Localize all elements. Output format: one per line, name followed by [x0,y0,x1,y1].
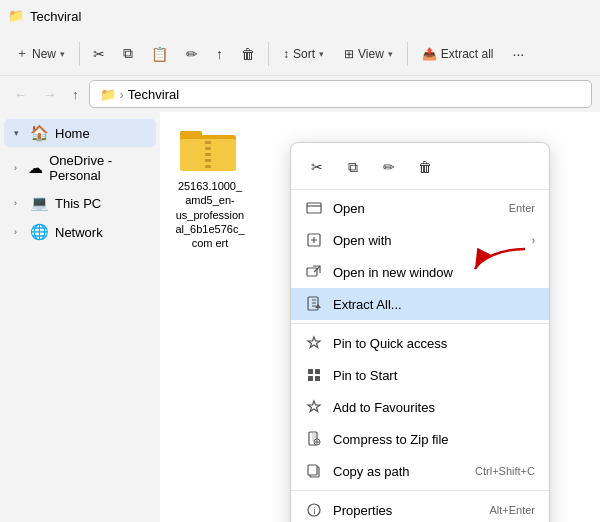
window-title: Techviral [30,9,81,24]
svg-rect-6 [205,159,211,162]
sidebar-onedrive-label: OneDrive - Personal [49,153,146,183]
svg-rect-1 [180,131,202,139]
share-button[interactable]: ↑ [209,41,230,67]
folder-icon [180,127,240,175]
svg-rect-19 [308,465,317,475]
sort-button[interactable]: ↕ Sort ▾ [275,42,332,66]
ctx-delete-button[interactable]: 🗑 [409,153,441,181]
path-folder-icon: 📁 [100,87,116,102]
address-path[interactable]: 📁 › Techviral [89,80,593,108]
toolbar: ＋ New ▾ ✂ ⧉ 📋 ✏ ↑ 🗑 ↕ Sort ▾ ⊞ View ▾ 📤 … [0,32,600,76]
sidebar-item-network[interactable]: › 🌐 Network [4,218,156,246]
thispc-icon: 💻 [30,194,49,212]
sidebar-network-label: Network [55,225,103,240]
rename-button[interactable]: ✏ [179,41,205,67]
ctx-open-shortcut: Enter [509,202,535,214]
folder-item[interactable]: 25163.1000_amd5_en-us_profession al_6b1e… [170,122,250,255]
sidebar-item-home[interactable]: ▾ 🏠 Home [4,119,156,147]
path-current: Techviral [128,87,179,102]
sidebar: ▾ 🏠 Home › ☁ OneDrive - Personal › 💻 Thi… [0,112,160,522]
onedrive-expand-icon: › [14,163,22,173]
sidebar-thispc-label: This PC [55,196,101,211]
ctx-open-new-window-item[interactable]: Open in new window [291,256,549,288]
ctx-add-favourites-label: Add to Favourites [333,400,535,415]
svg-rect-5 [205,153,211,156]
copy-path-icon [305,462,323,480]
svg-rect-14 [308,376,313,381]
ctx-compress-zip-label: Compress to Zip file [333,432,535,447]
network-expand-icon: › [14,227,24,237]
svg-rect-10 [307,268,317,276]
window-icon: 📁 [8,8,24,24]
svg-rect-13 [315,369,320,374]
ctx-open-with-item[interactable]: Open with › [291,224,549,256]
svg-rect-12 [308,369,313,374]
thispc-expand-icon: › [14,198,24,208]
main-area: ▾ 🏠 Home › ☁ OneDrive - Personal › 💻 Thi… [0,112,600,522]
ctx-extract-all-item[interactable]: Extract All... [291,288,549,320]
pin-start-icon [305,366,323,384]
ctx-pin-quick-access-item[interactable]: Pin to Quick access [291,327,549,359]
extract-all-icon [305,295,323,313]
delete-button[interactable]: 🗑 [234,41,262,67]
ctx-separator-2 [291,490,549,491]
back-button[interactable]: ← [8,83,33,106]
ctx-pin-start-label: Pin to Start [333,368,535,383]
toolbar-divider-3 [407,42,408,66]
view-chevron-icon: ▾ [388,49,393,59]
ctx-separator-1 [291,323,549,324]
add-favourites-icon [305,398,323,416]
svg-rect-15 [315,376,320,381]
new-button[interactable]: ＋ New ▾ [8,40,73,67]
sidebar-item-onedrive[interactable]: › ☁ OneDrive - Personal [4,148,156,188]
cut-button[interactable]: ✂ [86,41,112,67]
copy-button[interactable]: ⧉ [116,40,140,67]
file-area: 25163.1000_amd5_en-us_profession al_6b1e… [160,112,600,522]
open-icon [305,199,323,217]
forward-button[interactable]: → [37,83,62,106]
ctx-copy-path-label: Copy as path [333,464,465,479]
network-icon: 🌐 [30,223,49,241]
ctx-copy-button[interactable]: ⧉ [337,153,369,181]
ctx-open-label: Open [333,201,499,216]
ctx-add-favourites-item[interactable]: Add to Favourites [291,391,549,423]
pin-quick-access-icon [305,334,323,352]
svg-rect-3 [205,141,211,144]
extract-icon: 📤 [422,47,437,61]
folder-label: 25163.1000_amd5_en-us_profession al_6b1e… [175,179,245,250]
ctx-pin-start-item[interactable]: Pin to Start [291,359,549,391]
ctx-copy-path-item[interactable]: Copy as path Ctrl+Shift+C [291,455,549,487]
ctx-open-new-window-label: Open in new window [333,265,535,280]
up-button[interactable]: ↑ [66,83,85,106]
svg-rect-8 [307,203,321,213]
path-separator: › [120,87,124,102]
toolbar-divider-2 [268,42,269,66]
ctx-extract-all-label: Extract All... [333,297,535,312]
extract-all-button[interactable]: 📤 Extract all [414,42,502,66]
svg-text:i: i [314,506,316,516]
home-icon: 🏠 [30,124,49,142]
ctx-open-with-arrow-icon: › [532,235,535,246]
new-chevron-icon: ▾ [60,49,65,59]
open-with-icon [305,231,323,249]
ctx-cut-button[interactable]: ✂ [301,153,333,181]
svg-rect-4 [205,147,211,150]
svg-rect-7 [205,165,211,168]
address-bar: ← → ↑ 📁 › Techviral [0,76,600,112]
ctx-compress-zip-item[interactable]: Compress to Zip file [291,423,549,455]
ctx-copy-path-shortcut: Ctrl+Shift+C [475,465,535,477]
view-button[interactable]: ⊞ View ▾ [336,42,401,66]
sidebar-home-label: Home [55,126,90,141]
ctx-properties-item[interactable]: i Properties Alt+Enter [291,494,549,522]
sidebar-item-thispc[interactable]: › 💻 This PC [4,189,156,217]
ctx-rename-button[interactable]: ✏ [373,153,405,181]
context-menu: ✂ ⧉ ✏ 🗑 Open Enter Open with › [290,142,550,522]
sort-icon: ↕ [283,47,289,61]
ctx-pin-quick-access-label: Pin to Quick access [333,336,535,351]
ctx-properties-label: Properties [333,503,479,518]
ctx-open-item[interactable]: Open Enter [291,192,549,224]
paste-button[interactable]: 📋 [144,41,175,67]
view-icon: ⊞ [344,47,354,61]
more-button[interactable]: ··· [506,41,532,67]
ctx-properties-shortcut: Alt+Enter [489,504,535,516]
